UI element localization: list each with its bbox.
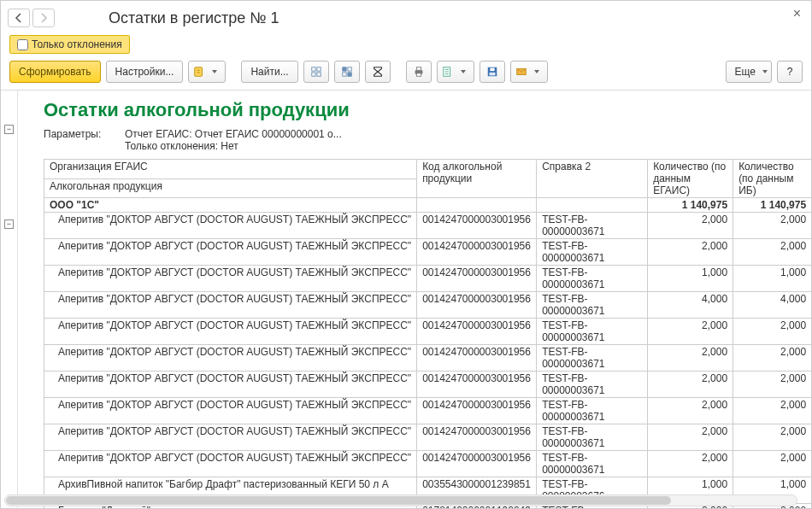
window-title: Остатки в регистре № 1 (57, 9, 804, 27)
cell-product: Аперитив "ДОКТОР АВГУСТ (DOCTOR AUGUST) … (44, 372, 417, 398)
param-row: Параметры: Отчет ЕГАИС: Отчет ЕГАИС 0000… (44, 128, 811, 152)
cell-qty-egais: 2,000 (648, 345, 733, 372)
report-grid: Организация ЕГАИС Код алкогольной продук… (44, 159, 811, 508)
settings-button[interactable]: Настройки... (106, 61, 184, 83)
report-title: Остатки алкогольной продукции (44, 99, 811, 121)
cell-qty-ib: 2,000 (733, 319, 811, 345)
cell-ref: TEST-FB-00000003671 (537, 239, 648, 266)
org-qty-egais: 1 140,975 (648, 198, 733, 213)
sigma-icon (372, 66, 384, 78)
svg-rect-15 (489, 73, 495, 76)
cell-qty-egais: 2,000 (648, 424, 733, 451)
table-row[interactable]: Аперитив "ДОКТОР АВГУСТ (DOCTOR AUGUST) … (44, 398, 812, 424)
report-area: − − Остатки алкогольной продукции Параме… (1, 90, 811, 508)
col-header-code: Код алкогольной продукции (417, 160, 537, 198)
expand-groups-button[interactable] (303, 61, 329, 83)
cell-code: 0014247000003001956 (417, 266, 537, 292)
cell-qty-ib: 2,000 (733, 213, 811, 239)
cell-qty-egais: 2,000 (648, 398, 733, 424)
only-deviations-input[interactable] (17, 39, 28, 50)
org-name: ООО "1С" (44, 198, 417, 213)
table-row[interactable]: Аперитив "ДОКТОР АВГУСТ (DOCTOR AUGUST) … (44, 213, 812, 239)
cell-product: Аперитив "ДОКТОР АВГУСТ (DOCTOR AUGUST) … (44, 319, 417, 345)
collapse-groups-button[interactable] (334, 61, 360, 83)
table-row[interactable]: Аперитив "ДОКТОР АВГУСТ (DOCTOR AUGUST) … (44, 239, 812, 266)
floppy-icon (486, 66, 498, 78)
table-row[interactable]: Аперитив "ДОКТОР АВГУСТ (DOCTOR AUGUST) … (44, 292, 812, 319)
svg-rect-14 (490, 68, 494, 72)
collapse-icon (341, 66, 353, 78)
cell-code: 0014247000003001956 (417, 292, 537, 319)
table-row[interactable]: Аперитив "ДОКТОР АВГУСТ (DOCTOR AUGUST) … (44, 319, 812, 345)
table-row[interactable]: Аперитив "ДОКТОР АВГУСТ (DOCTOR AUGUST) … (44, 451, 812, 477)
col-header-org: Организация ЕГАИС (44, 160, 417, 179)
titlebar: Остатки в регистре № 1 × (1, 1, 811, 33)
cell-qty-egais: 2,000 (648, 319, 733, 345)
report-window: Остатки в регистре № 1 × Только отклонен… (0, 0, 812, 509)
sum-button[interactable] (365, 61, 391, 83)
only-deviations-checkbox[interactable]: Только отклонения (9, 35, 130, 54)
param-value-1: Отчет ЕГАИС: Отчет ЕГАИС 00000000001 о..… (125, 128, 342, 140)
nav-back-button[interactable] (8, 9, 30, 27)
cell-qty-ib: 2,000 (733, 451, 811, 477)
generate-button[interactable]: Сформировать (9, 61, 101, 83)
find-label: Найти... (250, 66, 288, 78)
main-toolbar: Сформировать Настройки... Найти... (1, 56, 811, 90)
table-row[interactable]: Аперитив "ДОКТОР АВГУСТ (DOCTOR AUGUST) … (44, 372, 812, 398)
cell-qty-ib: 2,000 (733, 372, 811, 398)
cell-qty-egais: 4,000 (648, 292, 733, 319)
org-row: ООО "1С" 1 140,975 1 140,975 (44, 198, 812, 213)
svg-rect-11 (416, 73, 421, 77)
help-button[interactable]: ? (777, 61, 803, 83)
cell-qty-ib: 1,000 (733, 266, 811, 292)
cell-code: 0014247000003001956 (417, 213, 537, 239)
report-scroll[interactable]: − − Остатки алкогольной продукции Параме… (1, 91, 811, 508)
cell-ref: TEST-FB-00000003671 (537, 424, 648, 451)
cell-ref: TEST-FB-00000003671 (537, 398, 648, 424)
export-button[interactable] (437, 61, 474, 83)
help-label: ? (787, 66, 793, 78)
svg-rect-0 (195, 67, 203, 77)
table-row[interactable]: Аперитив "ДОКТОР АВГУСТ (DOCTOR AUGUST) … (44, 424, 812, 451)
cell-code: 0014247000003001956 (417, 424, 537, 451)
cell-code: 0014247000003001956 (417, 372, 537, 398)
close-button[interactable]: × (788, 4, 806, 23)
expand-icon (310, 66, 322, 78)
table-row[interactable]: Аперитив "ДОКТОР АВГУСТ (DOCTOR AUGUST) … (44, 266, 812, 292)
cell-product: Аперитив "ДОКТОР АВГУСТ (DOCTOR AUGUST) … (44, 424, 417, 451)
scrollbar-thumb[interactable] (6, 496, 671, 505)
export-icon (442, 66, 454, 78)
arrow-right-icon (38, 13, 49, 23)
cell-ref: TEST-FB-00000003671 (537, 372, 648, 398)
col-header-qty-egais: Количество (по данным ЕГАИС) (648, 160, 733, 198)
cell-product: Аперитив "ДОКТОР АВГУСТ (DOCTOR AUGUST) … (44, 451, 417, 477)
mail-icon (515, 66, 527, 78)
table-row[interactable]: Аперитив "ДОКТОР АВГУСТ (DOCTOR AUGUST) … (44, 345, 812, 372)
svg-rect-4 (317, 73, 321, 76)
nav-forward-button[interactable] (32, 9, 55, 27)
horizontal-scrollbar[interactable] (4, 494, 797, 506)
print-button[interactable] (406, 61, 432, 83)
cell-product: Аперитив "ДОКТОР АВГУСТ (DOCTOR AUGUST) … (44, 292, 417, 319)
send-button[interactable] (510, 61, 548, 83)
cell-ref: TEST-FB-00000003671 (537, 451, 648, 477)
cell-code: 0014247000003001956 (417, 239, 537, 266)
variants-button[interactable] (188, 61, 226, 83)
outline-gutter: − − (1, 91, 18, 508)
svg-rect-1 (311, 67, 315, 71)
more-button[interactable]: Еще (726, 61, 772, 83)
cell-product: Аперитив "ДОКТОР АВГУСТ (DOCTOR AUGUST) … (44, 239, 417, 266)
param-label: Параметры: (44, 128, 116, 152)
svg-rect-2 (317, 67, 321, 71)
collapse-toggle[interactable]: − (4, 125, 14, 134)
settings-label: Настройки... (115, 66, 174, 78)
more-label: Еще (735, 66, 756, 78)
find-button[interactable]: Найти... (241, 61, 297, 83)
cell-qty-egais: 2,000 (648, 239, 733, 266)
arrow-left-icon (14, 13, 24, 23)
save-button[interactable] (480, 61, 505, 83)
cell-ref: TEST-FB-00000003671 (537, 292, 648, 319)
col-header-product: Алкогольная продукция (44, 178, 417, 198)
cell-qty-egais: 1,000 (648, 266, 733, 292)
collapse-toggle[interactable]: − (4, 219, 14, 229)
